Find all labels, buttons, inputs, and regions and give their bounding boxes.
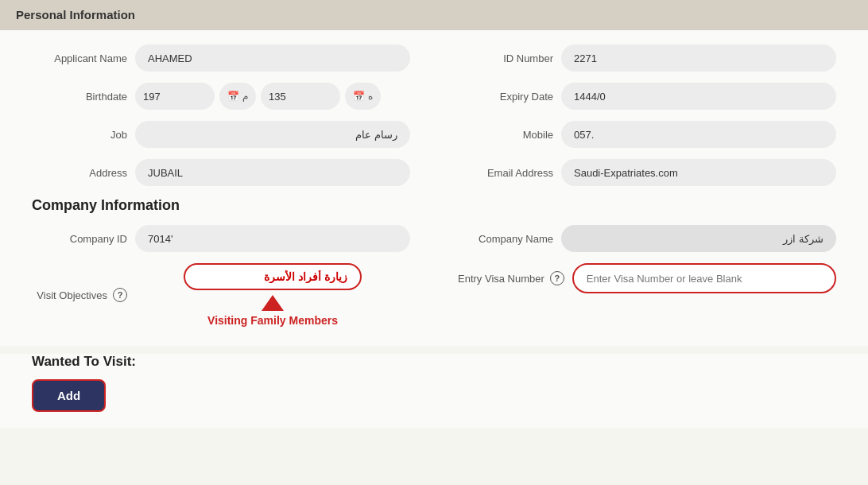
birthdate-m-suffix: 📅 م: [219, 83, 256, 110]
wanted-to-visit-section: Wanted To Visit: Add: [0, 354, 868, 428]
company-name-label: Company Name: [458, 233, 553, 245]
row-job-mobile: Job Mobile: [32, 121, 836, 148]
tooltip-visiting-label: Visiting Family Members: [207, 314, 338, 327]
row-company-id-name: Company ID Company Name: [32, 225, 836, 252]
birthdate-m-input[interactable]: [135, 83, 215, 110]
arrow-up-icon: [262, 295, 284, 311]
email-label: Email Address: [458, 167, 553, 179]
personal-information-header: Personal Information: [0, 0, 868, 30]
company-name-input[interactable]: [561, 225, 836, 252]
row-visit-objectives-visa: Visit Objectives ? Visiting Family Membe…: [32, 263, 836, 327]
address-group: Address: [32, 159, 410, 186]
row-address-email: Address Email Address: [32, 159, 836, 186]
visit-objectives-label-wrapper: Visit Objectives ?: [32, 288, 127, 302]
mobile-input[interactable]: [561, 121, 836, 148]
calendar-icon-m: 📅: [227, 91, 239, 102]
visit-objectives-help-icon[interactable]: ?: [113, 288, 127, 302]
visit-objectives-group: Visit Objectives ? Visiting Family Membe…: [32, 263, 410, 327]
expiry-date-group: Expiry Date: [458, 83, 836, 110]
row-birthdate-expiry: Birthdate 📅 م 📅 ه Expiry Date: [32, 83, 836, 110]
visit-tooltip-section: Visiting Family Members: [207, 290, 338, 327]
company-information-header: Company Information: [32, 197, 836, 214]
entry-visa-label-wrapper: Entry Visa Number ?: [458, 271, 564, 285]
h-suffix-text: ه: [368, 91, 373, 102]
calendar-icon-h: 📅: [353, 91, 365, 102]
add-button-wrapper: Add: [32, 379, 836, 412]
job-input[interactable]: [135, 121, 410, 148]
add-button[interactable]: Add: [32, 379, 106, 412]
expiry-date-label: Expiry Date: [458, 91, 553, 103]
applicant-name-label: Applicant Name: [32, 52, 127, 64]
personal-header-text: Personal Information: [16, 8, 135, 21]
id-number-group: ID Number: [458, 45, 836, 72]
page-container: Personal Information Applicant Name ID N…: [0, 0, 868, 485]
expiry-date-input[interactable]: [561, 83, 836, 110]
email-group: Email Address: [458, 159, 836, 186]
wanted-to-visit-label: Wanted To Visit:: [32, 354, 836, 370]
company-name-group: Company Name: [458, 225, 836, 252]
birthdate-h-input[interactable]: [261, 83, 340, 110]
birthdate-h-suffix: 📅 ه: [345, 83, 381, 110]
company-id-input[interactable]: [135, 225, 410, 252]
applicant-name-input[interactable]: [135, 45, 410, 72]
row-applicant-id: Applicant Name ID Number: [32, 45, 836, 72]
personal-information-form: Applicant Name ID Number Birthdate 📅 م: [0, 30, 868, 346]
mobile-label: Mobile: [458, 129, 553, 141]
visit-objectives-input[interactable]: [184, 263, 362, 290]
address-label: Address: [32, 167, 127, 179]
visit-objectives-input-wrapper: Visiting Family Members: [135, 263, 410, 327]
birthdate-group: Birthdate 📅 م 📅 ه: [32, 83, 410, 110]
visit-objectives-label: Visit Objectives: [37, 289, 107, 301]
address-input[interactable]: [135, 159, 410, 186]
mobile-group: Mobile: [458, 121, 836, 148]
birthdate-inputs: 📅 م 📅 ه: [135, 83, 410, 110]
id-number-input[interactable]: [561, 45, 836, 72]
m-suffix-text: م: [242, 91, 248, 102]
birthdate-label: Birthdate: [32, 91, 127, 103]
email-input[interactable]: [561, 159, 836, 186]
entry-visa-input[interactable]: [572, 263, 836, 293]
id-number-label: ID Number: [458, 52, 553, 64]
company-id-group: Company ID: [32, 225, 410, 252]
entry-visa-group: Entry Visa Number ?: [458, 263, 836, 293]
job-group: Job: [32, 121, 410, 148]
entry-visa-help-icon[interactable]: ?: [550, 271, 564, 285]
company-id-label: Company ID: [32, 233, 127, 245]
job-label: Job: [32, 129, 127, 141]
entry-visa-label: Entry Visa Number: [458, 273, 544, 285]
applicant-name-group: Applicant Name: [32, 45, 410, 72]
